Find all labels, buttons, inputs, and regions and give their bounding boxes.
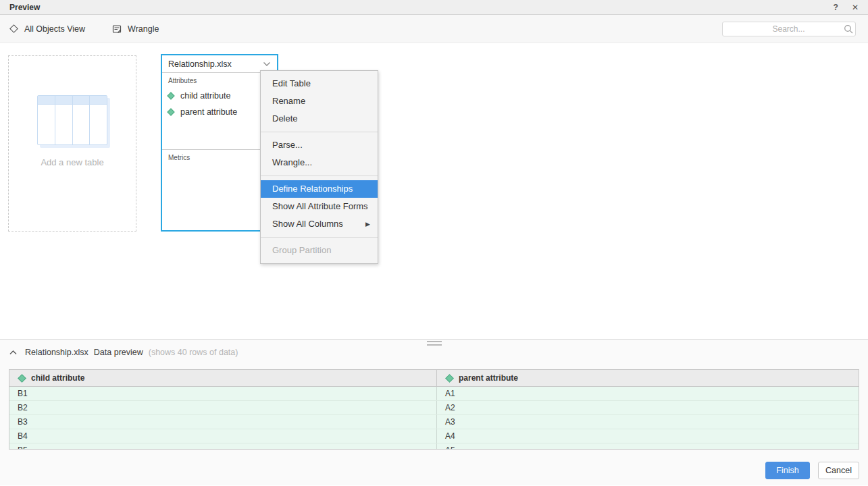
search-box [722, 22, 856, 36]
data-preview-panel: Relationship.xlsx Data preview (shows 40… [0, 340, 868, 485]
add-new-table-tile[interactable]: Add a new table [8, 55, 136, 232]
menu-group-edit: Edit Table Rename Delete [261, 71, 378, 132]
help-icon[interactable]: ? [834, 3, 838, 11]
attribute-label: child attribute [180, 91, 230, 101]
table-row: B5 A5 [9, 443, 859, 450]
data-preview-header: Relationship.xlsx Data preview (shows 40… [9, 348, 238, 357]
all-objects-view-icon [9, 24, 18, 33]
table-row: B3 A3 [9, 415, 859, 429]
column-header-parent-attribute[interactable]: parent attribute [437, 370, 859, 386]
menu-item-wrangle[interactable]: Wrangle... [261, 154, 378, 171]
preview-source-name: Relationship.xlsx [25, 348, 88, 357]
cell: B4 [9, 429, 437, 443]
menu-item-parse[interactable]: Parse... [261, 136, 378, 154]
search-icon[interactable] [844, 24, 853, 34]
attributes-section-label: Attributes [168, 77, 271, 84]
menu-group-transform: Parse... Wrangle... [261, 132, 378, 176]
finish-button[interactable]: Finish [765, 462, 810, 479]
cell: B2 [9, 401, 437, 414]
title-bar: Preview ? ✕ [0, 0, 868, 15]
attribute-icon [445, 374, 454, 383]
wrangle-label: Wrangle [128, 24, 159, 34]
attribute-icon [167, 108, 174, 115]
chevron-down-icon[interactable] [263, 61, 271, 67]
column-header-child-attribute[interactable]: child attribute [9, 370, 437, 386]
cell: B5 [9, 443, 437, 450]
add-new-table-label: Add a new table [41, 157, 103, 167]
menu-item-group-partition: Group Partition [261, 242, 378, 259]
search-input[interactable] [723, 24, 844, 34]
wrangle-button[interactable]: Wrangle [112, 24, 159, 34]
tables-canvas: Add a new table Relationship.xlsx Attrib… [0, 43, 868, 340]
preview-window: Preview ? ✕ All Objects View Wrangle [0, 0, 868, 486]
preview-title: Data preview [94, 348, 143, 357]
cell: A3 [437, 415, 859, 429]
footer-actions: Finish Cancel [765, 462, 859, 479]
cell: A4 [437, 429, 859, 443]
close-icon[interactable]: ✕ [852, 3, 859, 11]
preview-row-count-note: (shows 40 rows of data) [149, 348, 238, 357]
cancel-button[interactable]: Cancel [818, 462, 859, 479]
attribute-icon [18, 374, 26, 383]
metrics-section-label: Metrics [168, 154, 271, 161]
all-objects-view-label: All Objects View [24, 24, 85, 34]
menu-item-show-all-columns[interactable]: Show All Columns ▶ [261, 215, 378, 233]
menu-group-partition: Group Partition [261, 237, 378, 263]
attribute-item-child[interactable]: child attribute [168, 91, 271, 101]
menu-item-edit-table[interactable]: Edit Table [261, 75, 378, 92]
table-row: B1 A1 [9, 387, 859, 401]
all-objects-view-button[interactable]: All Objects View [9, 24, 85, 34]
menu-item-delete[interactable]: Delete [261, 110, 378, 128]
window-title: Preview [9, 3, 40, 12]
collapse-icon[interactable] [9, 350, 17, 355]
table-row: B2 A2 [9, 401, 859, 415]
wrangle-icon [112, 24, 122, 34]
data-preview-table: child attribute parent attribute B1 A1 B… [9, 369, 859, 450]
attribute-icon [167, 92, 174, 99]
submenu-arrow-icon: ▶ [365, 215, 370, 233]
table-context-menu: Edit Table Rename Delete Parse... Wrangl… [260, 70, 378, 264]
table-row: B4 A4 [9, 429, 859, 443]
preview-table-header-row: child attribute parent attribute [9, 370, 859, 387]
attribute-item-parent[interactable]: parent attribute [168, 107, 271, 117]
cell: B3 [9, 415, 437, 429]
attribute-label: parent attribute [180, 107, 237, 117]
menu-group-schema: Define Relationships Show All Attribute … [261, 176, 378, 237]
cell: A5 [437, 443, 859, 450]
cell: A2 [437, 401, 859, 414]
table-card-title: Relationship.xlsx [168, 59, 232, 69]
menu-item-define-relationships[interactable]: Define Relationships [261, 180, 378, 198]
cell: B1 [9, 387, 437, 400]
table-placeholder-icon [37, 95, 107, 145]
menu-item-show-all-attribute-forms[interactable]: Show All Attribute Forms [261, 198, 378, 215]
splitter-handle[interactable] [427, 341, 442, 346]
cell: A1 [437, 387, 859, 400]
toolbar: All Objects View Wrangle [0, 15, 868, 43]
menu-item-rename[interactable]: Rename [261, 92, 378, 110]
